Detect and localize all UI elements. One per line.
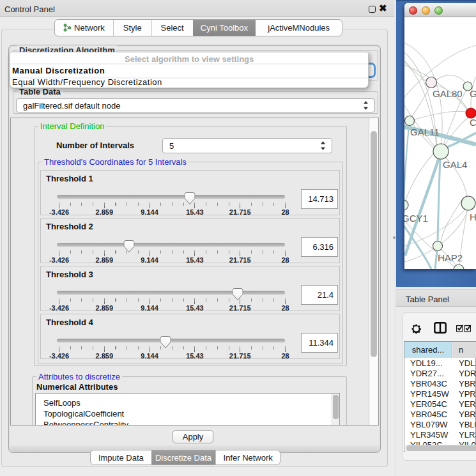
svg-text:H: H	[470, 211, 476, 222]
svg-text:HAP2: HAP2	[438, 252, 463, 263]
svg-text:C: C	[470, 117, 476, 128]
svg-text:GAL11: GAL11	[410, 127, 440, 137]
svg-text:GCY1: GCY1	[404, 213, 428, 224]
svg-text:GAL4: GAL4	[443, 159, 467, 170]
svg-text:G: G	[470, 88, 476, 99]
svg-text:GAL80: GAL80	[433, 88, 463, 99]
